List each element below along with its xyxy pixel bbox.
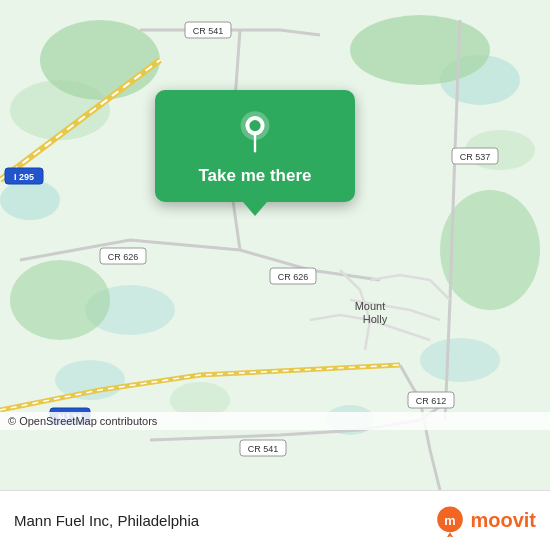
svg-text:Holly: Holly	[363, 313, 388, 325]
moovit-logo-icon: m	[434, 505, 466, 537]
svg-text:m: m	[445, 513, 456, 528]
svg-point-34	[249, 120, 260, 131]
svg-point-10	[40, 20, 160, 100]
svg-text:CR 626: CR 626	[108, 252, 139, 262]
svg-point-13	[10, 260, 110, 340]
moovit-logo: m moovit	[434, 505, 536, 537]
pin-icon	[231, 108, 279, 156]
bottom-bar: Mann Fuel Inc, Philadelphia m moovit	[0, 490, 550, 550]
svg-text:CR 541: CR 541	[248, 444, 279, 454]
svg-text:CR 626: CR 626	[278, 272, 309, 282]
moovit-text: moovit	[470, 509, 536, 532]
svg-text:Mount: Mount	[355, 300, 386, 312]
attribution-bar: © OpenStreetMap contributors	[0, 412, 550, 430]
svg-text:CR 537: CR 537	[460, 152, 491, 162]
svg-text:CR 612: CR 612	[416, 396, 447, 406]
take-me-there-button[interactable]: Take me there	[198, 166, 311, 186]
popup-card: Take me there	[155, 90, 355, 202]
svg-point-11	[350, 15, 490, 85]
svg-point-2	[0, 180, 60, 220]
location-name: Mann Fuel Inc, Philadelphia	[14, 512, 199, 529]
svg-text:CR 541: CR 541	[193, 26, 224, 36]
svg-point-8	[420, 338, 500, 382]
attribution-text: © OpenStreetMap contributors	[8, 415, 157, 427]
svg-point-12	[440, 190, 540, 310]
svg-text:I 295: I 295	[14, 172, 34, 182]
app: CR 541 I 295 CR 626 CR 626 CR 537 NJ 38 …	[0, 0, 550, 550]
map-container[interactable]: CR 541 I 295 CR 626 CR 626 CR 537 NJ 38 …	[0, 0, 550, 490]
